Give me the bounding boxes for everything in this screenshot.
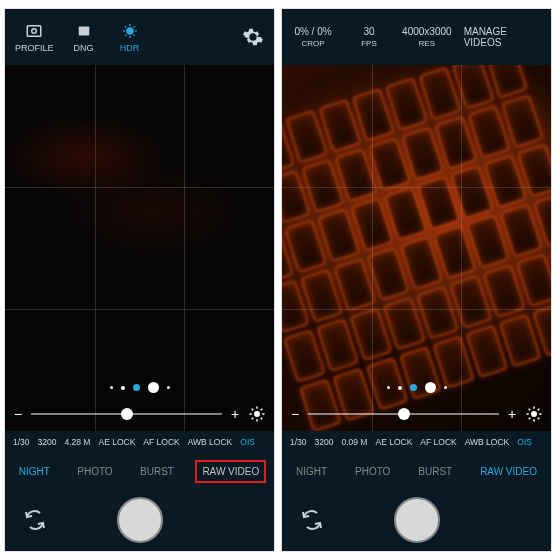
info-row: 1/30 3200 4.28 M AE LOCK AF LOCK AWB LOC… (5, 431, 274, 453)
lens-selector[interactable] (387, 382, 447, 393)
plus-icon[interactable]: + (230, 406, 240, 422)
info-awb-lock[interactable]: AWB LOCK (188, 437, 233, 447)
viewfinder[interactable]: − + (282, 65, 551, 431)
res-value: 4000x3000 (402, 26, 452, 37)
camera-screen-right: 0% / 0% CROP 30 FPS 4000x3000 RES MANAGE… (281, 8, 552, 552)
mode-row: NIGHT PHOTO BURST RAW VIDEO (282, 453, 551, 489)
crop-button[interactable]: 0% / 0% CROP (292, 26, 334, 48)
lens-dot-divider (444, 386, 447, 389)
info-af-lock[interactable]: AF LOCK (420, 437, 456, 447)
image-icon (75, 22, 93, 40)
bottom-bar (5, 489, 274, 551)
crop-label: CROP (301, 39, 324, 48)
lens-dot-2[interactable] (148, 382, 159, 393)
shutter-button[interactable] (117, 497, 163, 543)
svg-point-4 (254, 411, 260, 417)
info-ae-lock[interactable]: AE LOCK (375, 437, 412, 447)
lens-dot-1[interactable] (410, 384, 417, 391)
profile-icon (25, 22, 43, 40)
profile-button[interactable]: PROFILE (15, 22, 54, 53)
hdr-label: HDR (120, 43, 140, 53)
info-af-lock[interactable]: AF LOCK (143, 437, 179, 447)
viewfinder[interactable]: − + (5, 65, 274, 431)
camera-screen-left: PROFILE DNG HDR (4, 8, 275, 552)
hdr-icon (121, 22, 139, 40)
mode-burst[interactable]: BURST (412, 460, 458, 483)
svg-point-3 (127, 28, 133, 34)
lens-dot-divider (387, 386, 390, 389)
info-shutter[interactable]: 1/30 (290, 437, 307, 447)
brightness-icon[interactable] (525, 405, 543, 423)
info-iso[interactable]: 3200 (315, 437, 334, 447)
res-label: RES (419, 39, 435, 48)
dng-label: DNG (74, 43, 94, 53)
exposure-slider-row: − + (290, 405, 543, 423)
res-button[interactable]: 4000x3000 RES (404, 26, 450, 48)
info-ae-lock[interactable]: AE LOCK (98, 437, 135, 447)
svg-point-1 (32, 28, 37, 33)
svg-point-5 (531, 411, 537, 417)
mode-row: NIGHT PHOTO BURST RAW VIDEO (5, 453, 274, 489)
topbar: 0% / 0% CROP 30 FPS 4000x3000 RES MANAGE… (282, 9, 551, 65)
info-focus[interactable]: 0.09 M (341, 437, 367, 447)
dng-button[interactable]: DNG (68, 22, 100, 53)
switch-camera-icon[interactable] (300, 508, 324, 532)
brightness-icon[interactable] (248, 405, 266, 423)
svg-rect-0 (28, 25, 42, 36)
info-ois[interactable]: OIS (240, 437, 255, 447)
fps-value: 30 (363, 26, 374, 37)
lens-dot-1[interactable] (133, 384, 140, 391)
lens-dot-0[interactable] (398, 386, 402, 390)
topbar: PROFILE DNG HDR (5, 9, 274, 65)
exposure-slider[interactable] (308, 413, 499, 415)
slider-thumb[interactable] (121, 408, 133, 420)
mode-photo[interactable]: PHOTO (71, 460, 118, 483)
info-awb-lock[interactable]: AWB LOCK (465, 437, 510, 447)
minus-icon[interactable]: − (13, 406, 23, 422)
hdr-button[interactable]: HDR (114, 22, 146, 53)
mode-night[interactable]: NIGHT (290, 460, 333, 483)
mode-night[interactable]: NIGHT (13, 460, 56, 483)
fps-label: FPS (361, 39, 377, 48)
lens-selector[interactable] (110, 382, 170, 393)
switch-camera-icon[interactable] (23, 508, 47, 532)
info-iso[interactable]: 3200 (38, 437, 57, 447)
fps-button[interactable]: 30 FPS (348, 26, 390, 48)
info-row: 1/30 3200 0.09 M AE LOCK AF LOCK AWB LOC… (282, 431, 551, 453)
exposure-slider-row: − + (13, 405, 266, 423)
minus-icon[interactable]: − (290, 406, 300, 422)
shutter-button[interactable] (394, 497, 440, 543)
mode-rawvideo[interactable]: RAW VIDEO (195, 460, 266, 483)
manage-videos-button[interactable]: MANAGE VIDEOS (464, 26, 541, 48)
info-ois[interactable]: OIS (517, 437, 532, 447)
info-focus[interactable]: 4.28 M (64, 437, 90, 447)
svg-rect-2 (78, 26, 89, 35)
lens-dot-divider (167, 386, 170, 389)
info-shutter[interactable]: 1/30 (13, 437, 30, 447)
mode-photo[interactable]: PHOTO (349, 460, 396, 483)
exposure-slider[interactable] (31, 413, 222, 415)
profile-label: PROFILE (15, 43, 54, 53)
slider-thumb[interactable] (398, 408, 410, 420)
mode-rawvideo[interactable]: RAW VIDEO (474, 460, 543, 483)
mode-burst[interactable]: BURST (134, 460, 180, 483)
lens-dot-0[interactable] (121, 386, 125, 390)
bottom-bar (282, 489, 551, 551)
lens-dot-divider (110, 386, 113, 389)
plus-icon[interactable]: + (507, 406, 517, 422)
lens-dot-2[interactable] (425, 382, 436, 393)
crop-value: 0% / 0% (294, 26, 331, 37)
settings-icon[interactable] (242, 26, 264, 48)
